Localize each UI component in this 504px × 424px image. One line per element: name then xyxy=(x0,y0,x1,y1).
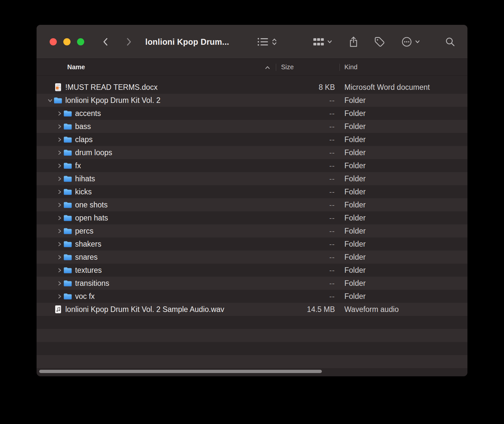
disclosure-collapsed-icon[interactable] xyxy=(56,268,63,273)
table-row[interactable]: drum loops--Folder xyxy=(37,146,467,159)
table-row[interactable]: bass--Folder xyxy=(37,120,467,133)
file-name: bass xyxy=(75,122,91,131)
file-name-cell: claps xyxy=(37,133,276,146)
word-document-icon xyxy=(54,83,62,91)
file-name: lonlioni Kpop Drum Kit Vol. 2 xyxy=(65,96,161,105)
share-button[interactable] xyxy=(349,36,358,48)
table-row[interactable]: fx--Folder xyxy=(37,159,467,172)
horizontal-scrollbar[interactable] xyxy=(39,370,322,373)
empty-row xyxy=(37,316,467,329)
view-mode-control[interactable] xyxy=(257,37,277,46)
column-divider[interactable] xyxy=(276,64,276,71)
table-row[interactable]: claps--Folder xyxy=(37,133,467,146)
file-size: -- xyxy=(276,240,339,249)
chevron-down-icon xyxy=(415,40,420,44)
disclosure-collapsed-icon[interactable] xyxy=(56,137,63,142)
table-row[interactable]: textures--Folder xyxy=(37,264,467,277)
disclosure-collapsed-icon[interactable] xyxy=(56,228,63,234)
file-name-cell: voc fx xyxy=(37,290,276,303)
file-size: -- xyxy=(276,292,339,301)
file-size: -- xyxy=(276,161,339,170)
table-row[interactable]: percs--Folder xyxy=(37,224,467,237)
file-name-cell: hihats xyxy=(37,172,276,185)
table-row[interactable]: !MUST READ TERMS.docx8 KBMicrosoft Word … xyxy=(37,81,467,94)
disclosure-collapsed-icon[interactable] xyxy=(56,150,63,155)
column-header-kind[interactable]: Kind xyxy=(339,63,467,71)
tag-button[interactable] xyxy=(374,36,386,47)
disclosure-collapsed-icon[interactable] xyxy=(56,202,63,208)
file-kind: Folder xyxy=(339,174,467,183)
disclosure-collapsed-icon[interactable] xyxy=(56,241,63,247)
search-button[interactable] xyxy=(445,37,455,47)
file-kind: Folder xyxy=(339,227,467,236)
table-row[interactable]: lonlioni Kpop Drum Kit Vol. 2 Sample Aud… xyxy=(37,303,467,316)
file-size: -- xyxy=(276,266,339,275)
sort-toggle-icon xyxy=(272,38,277,46)
group-by-control[interactable] xyxy=(313,37,332,46)
sort-ascending-icon xyxy=(265,63,270,71)
table-row[interactable]: lonlioni Kpop Drum Kit Vol. 2--Folder xyxy=(37,94,467,107)
tag-icon xyxy=(374,36,386,47)
more-options-control[interactable] xyxy=(401,36,420,47)
disclosure-collapsed-icon[interactable] xyxy=(56,189,63,195)
column-header-name[interactable]: Name xyxy=(37,63,276,71)
folder-icon xyxy=(63,214,72,222)
minimize-button[interactable] xyxy=(63,38,71,45)
file-name-cell: fx xyxy=(37,159,276,172)
folder-icon xyxy=(63,292,72,301)
file-size: -- xyxy=(276,227,339,236)
disclosure-collapsed-icon[interactable] xyxy=(56,215,63,221)
file-name-cell: lonlioni Kpop Drum Kit Vol. 2 xyxy=(37,94,276,107)
table-row[interactable]: transitions--Folder xyxy=(37,277,467,290)
forward-button[interactable] xyxy=(125,37,133,47)
file-size: 14.5 MB xyxy=(276,305,339,314)
file-size: 8 KB xyxy=(276,83,339,92)
close-button[interactable] xyxy=(50,38,57,45)
file-name: open hats xyxy=(75,214,108,222)
file-name-cell: accents xyxy=(37,107,276,120)
folder-icon xyxy=(63,188,72,196)
file-name: shakers xyxy=(75,240,102,249)
file-kind: Folder xyxy=(339,148,467,157)
table-row[interactable]: snares--Folder xyxy=(37,251,467,264)
disclosure-collapsed-icon[interactable] xyxy=(56,163,63,169)
table-row[interactable]: open hats--Folder xyxy=(37,211,467,224)
disclosure-collapsed-icon[interactable] xyxy=(56,176,63,182)
zoom-button[interactable] xyxy=(77,38,84,45)
file-kind: Folder xyxy=(339,201,467,209)
file-kind: Folder xyxy=(339,253,467,262)
file-name: !MUST READ TERMS.docx xyxy=(65,83,158,92)
file-name: hihats xyxy=(75,174,95,183)
empty-row xyxy=(37,355,467,368)
file-kind: Folder xyxy=(339,266,467,275)
file-kind: Microsoft Word document xyxy=(339,83,467,92)
table-row[interactable]: voc fx--Folder xyxy=(37,290,467,303)
list-view-icon xyxy=(257,37,268,46)
table-row[interactable]: kicks--Folder xyxy=(37,185,467,198)
disclosure-collapsed-icon[interactable] xyxy=(56,111,63,116)
file-name-cell: shakers xyxy=(37,237,276,251)
disclosure-collapsed-icon[interactable] xyxy=(56,254,63,260)
file-kind: Waveform audio xyxy=(339,305,467,314)
file-name: textures xyxy=(75,266,102,275)
file-name-cell: snares xyxy=(37,251,276,264)
table-row[interactable]: hihats--Folder xyxy=(37,172,467,185)
file-name-cell: kicks xyxy=(37,185,276,198)
column-divider[interactable] xyxy=(339,64,340,71)
column-header-size[interactable]: Size xyxy=(276,63,339,71)
disclosure-collapsed-icon[interactable] xyxy=(56,124,63,129)
table-row[interactable]: shakers--Folder xyxy=(37,237,467,251)
file-name: percs xyxy=(75,227,93,236)
chevron-right-icon xyxy=(125,37,133,47)
disclosure-collapsed-icon[interactable] xyxy=(56,294,63,299)
file-list: !MUST READ TERMS.docx8 KBMicrosoft Word … xyxy=(37,81,467,368)
disclosure-collapsed-icon[interactable] xyxy=(56,281,63,286)
folder-icon xyxy=(63,161,72,170)
table-row[interactable]: one shots--Folder xyxy=(37,198,467,211)
back-button[interactable] xyxy=(102,37,109,47)
table-row[interactable]: accents--Folder xyxy=(37,107,467,120)
disclosure-expanded-icon[interactable] xyxy=(46,98,54,103)
file-kind: Folder xyxy=(339,279,467,288)
folder-icon xyxy=(63,240,72,248)
search-icon xyxy=(445,37,455,47)
